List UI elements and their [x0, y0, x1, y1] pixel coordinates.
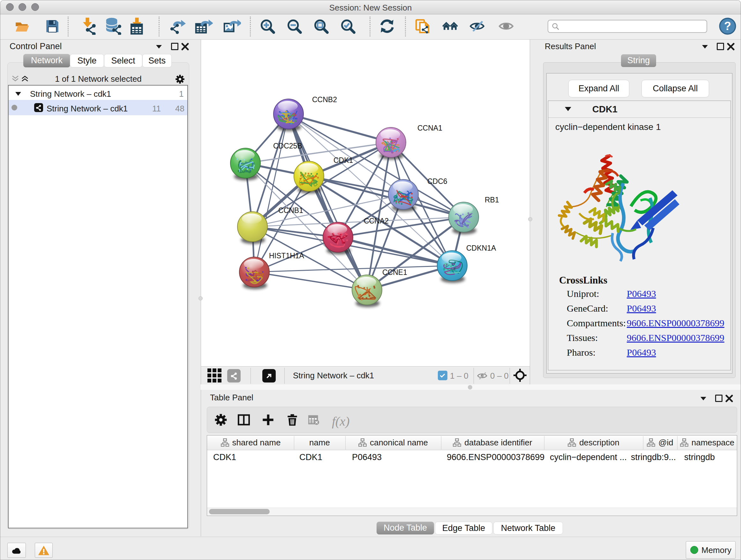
svg-text:CDC25B: CDC25B [273, 142, 302, 150]
svg-text:CDC6: CDC6 [427, 177, 448, 186]
svg-text:HIST1H1A: HIST1H1A [269, 252, 305, 260]
svg-text:CCNB1: CCNB1 [278, 206, 303, 214]
svg-text:CDKN1A: CDKN1A [466, 244, 496, 252]
svg-text:CCNE1: CCNE1 [382, 268, 407, 276]
svg-text:CCNB2: CCNB2 [312, 96, 337, 104]
svg-text:CCNA2: CCNA2 [364, 217, 389, 225]
svg-text:CDK1: CDK1 [333, 156, 353, 165]
svg-text:?: ? [724, 19, 731, 33]
svg-text:RB1: RB1 [485, 196, 499, 204]
svg-text:CCNA1: CCNA1 [417, 124, 442, 132]
